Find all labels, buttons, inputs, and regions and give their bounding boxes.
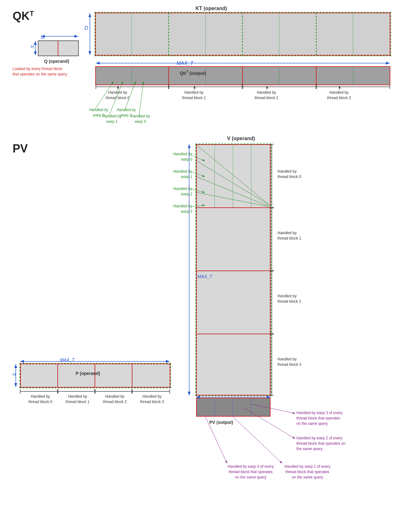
pv-out-vdiv-1: [214, 398, 215, 417]
kt-divider-1: [168, 13, 169, 56]
v-operand-label: V (operand): [227, 136, 255, 141]
page: QKT KT (operand) D MAX_T QKT (output) D …: [0, 0, 420, 505]
p-h-label: H: [13, 372, 16, 377]
pv-output-rect: [196, 398, 271, 417]
pv-warp3-note: Handled by warp 3 of everythread block t…: [296, 410, 359, 426]
qkt-title: QKT: [13, 9, 34, 23]
v-tb0-label: Handled bythread block 0: [277, 169, 318, 180]
qkt-out-div-3: [316, 66, 317, 85]
pv-output-label: PV (output): [209, 420, 233, 425]
qkt-tb3-label: Handled bythread block 3: [322, 90, 356, 101]
pv-out-vdiv-3: [251, 398, 251, 417]
q-red-line: [58, 41, 58, 56]
svg-line-65: [233, 417, 282, 463]
p-max-t-label: MAX_T: [60, 357, 75, 362]
qkt-output-rect: [95, 66, 390, 85]
qkt-out-div-2: [242, 66, 243, 85]
max-t-label-pv: MAX_T: [197, 274, 212, 279]
kt-operand-label: KT (operand): [195, 6, 227, 11]
v-warp0-label: Handled bywarp 0: [167, 152, 192, 162]
kt-divider-3: [316, 13, 317, 56]
q-d-label: D: [41, 35, 44, 40]
v-warp3-label: Handled bywarp 3: [167, 204, 192, 214]
qkt-tb0-label: Handled bythread block 0: [100, 90, 135, 101]
qkt-out-green-2: [205, 66, 206, 85]
qkt-out-div-1: [168, 66, 169, 85]
v-vdiv-2: [233, 144, 233, 207]
p-tb3-label: Handled bythread block 3: [136, 394, 168, 405]
p-vdiv-1: [57, 364, 58, 388]
kt-d-label: D: [85, 25, 88, 31]
v-hdiv-3: [196, 334, 271, 334]
pv-warp1-note: Handled by warp 1 of everythread block t…: [277, 464, 337, 480]
qkt-output-label: QKT (output): [180, 70, 206, 76]
v-warp1-label: Handled bywarp 1: [167, 169, 192, 180]
qkt-warp3-label: Handled bywarp 3: [126, 114, 155, 124]
p-operand-label: P (operand): [76, 371, 100, 376]
kt-divider-5: [205, 13, 206, 56]
kt-divider-2: [242, 13, 243, 56]
kt-divider-6: [279, 13, 279, 56]
v-hdiv-1: [196, 207, 271, 208]
q-h-label: H: [31, 44, 34, 49]
q-rect: [38, 40, 79, 56]
pv-warp0-note: Handled by warp 0 of everythread block t…: [221, 464, 281, 480]
v-tb2-label: Handled bythread block 2: [277, 294, 318, 304]
qkt-tb1-label: Handled bythread block 1: [177, 90, 211, 101]
v-warp2-label: Handled bywarp 2: [167, 186, 192, 197]
p-vdiv-3: [132, 364, 132, 388]
v-rect: [196, 144, 271, 395]
v-tb3-label: Handled bythread block 3: [277, 357, 318, 367]
max-t-label-qkt: MAX_T: [177, 61, 193, 66]
p-tb1-label: Handled bythread block 1: [62, 394, 93, 405]
kt-divider-4: [131, 13, 132, 56]
qkt-out-green-1: [131, 66, 132, 85]
q-loaded-note: Loaded by every thread blockthat operate…: [13, 66, 79, 77]
p-tb0-label: Handled bythread block 0: [25, 394, 56, 405]
pv-out-vdiv-2: [233, 398, 233, 417]
q-operand-label: Q (operand): [44, 59, 69, 64]
pv-title: PV: [13, 142, 28, 155]
qkt-out-green-4: [353, 66, 353, 85]
v-vdiv-3: [251, 144, 251, 207]
v-tb1-label: Handled bythread block 1: [277, 230, 318, 241]
kt-divider-7: [353, 13, 353, 56]
qkt-tb2-label: Handled bythread block 2: [249, 90, 284, 101]
qkt-out-green-3: [279, 66, 279, 85]
p-tb2-label: Handled bythread block 2: [99, 394, 131, 405]
v-vdiv-1: [214, 144, 215, 207]
kt-rect: [95, 13, 390, 56]
v-hdiv-2: [196, 270, 271, 271]
pv-warp2-note: Handled by warp 2 of everythread block t…: [296, 436, 359, 451]
